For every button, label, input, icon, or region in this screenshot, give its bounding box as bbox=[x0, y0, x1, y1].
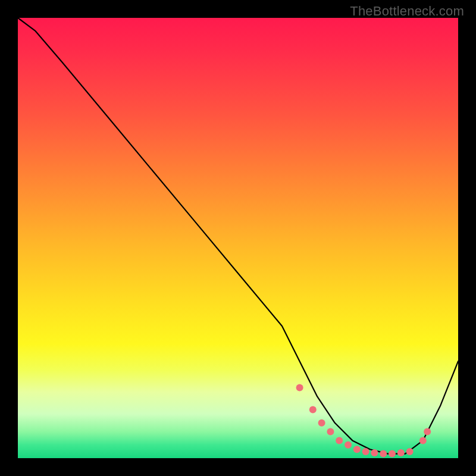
marker-dot bbox=[406, 448, 414, 455]
marker-dot bbox=[419, 437, 427, 444]
gradient-plot-area bbox=[18, 18, 458, 458]
marker-dot bbox=[353, 446, 361, 453]
marker-dot bbox=[327, 428, 334, 436]
curve-path bbox=[18, 18, 458, 454]
marker-dot bbox=[318, 419, 325, 427]
marker-dot bbox=[424, 428, 431, 436]
marker-dot bbox=[371, 449, 378, 456]
marker-dot bbox=[389, 450, 396, 458]
marker-dot bbox=[362, 448, 369, 455]
chart-frame: TheBottleneck.com bbox=[0, 0, 476, 476]
marker-dot bbox=[380, 450, 387, 458]
marker-dot bbox=[309, 406, 317, 414]
marker-dot bbox=[296, 384, 303, 392]
curve-layer bbox=[18, 18, 458, 458]
marker-dot bbox=[397, 449, 405, 456]
watermark-text: TheBottleneck.com bbox=[350, 4, 464, 19]
marker-dot bbox=[345, 441, 352, 449]
marker-dot bbox=[336, 437, 343, 444]
